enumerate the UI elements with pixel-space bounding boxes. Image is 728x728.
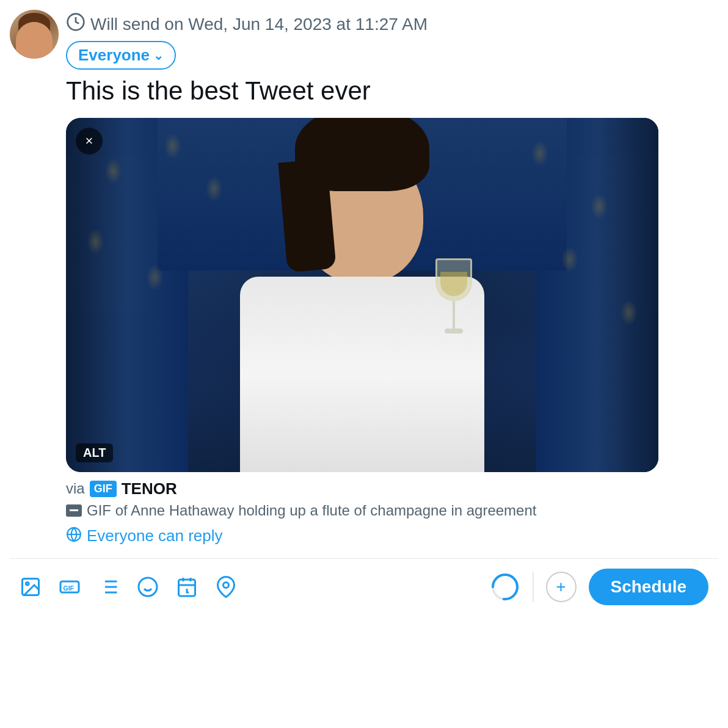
schedule-button-label: Schedule xyxy=(611,577,686,596)
avatar-image xyxy=(10,10,59,59)
reply-label: Everyone can reply xyxy=(87,526,223,545)
close-button[interactable]: × xyxy=(76,128,103,155)
clock-icon xyxy=(66,12,86,36)
plus-icon: + xyxy=(556,577,566,597)
close-icon: × xyxy=(86,133,93,149)
person-hair xyxy=(295,118,429,191)
tenor-credit: via GIF TENOR xyxy=(66,479,718,498)
image-icon[interactable] xyxy=(20,576,42,598)
gif-toolbar-icon[interactable]: GIF xyxy=(59,576,81,598)
tweet-text-area: This is the best Tweet ever xyxy=(66,75,718,108)
alt-description-row: GIF of Anne Hathaway holding up a flute … xyxy=(66,502,718,519)
avatar-face xyxy=(16,22,53,59)
alt-label: ALT xyxy=(83,446,106,459)
chevron-down-icon: ⌄ xyxy=(153,48,164,63)
avatar xyxy=(10,10,59,59)
compose-area: Will send on Wed, Jun 14, 2023 at 11:27 … xyxy=(0,0,728,615)
toolbar-icons: GIF xyxy=(20,576,490,598)
emoji-icon[interactable] xyxy=(137,576,159,598)
svg-point-4 xyxy=(26,582,29,585)
top-row: Will send on Wed, Jun 14, 2023 at 11:27 … xyxy=(10,10,718,70)
gif-image: × ALT xyxy=(66,118,658,472)
tenor-name: TENOR xyxy=(122,479,177,498)
schedule-line: Will send on Wed, Jun 14, 2023 at 11:27 … xyxy=(66,12,428,36)
meta-col: Will send on Wed, Jun 14, 2023 at 11:27 … xyxy=(66,10,428,70)
via-label: via xyxy=(66,480,85,497)
svg-rect-16 xyxy=(179,580,195,596)
reply-line[interactable]: Everyone can reply xyxy=(66,526,718,546)
schedule-toolbar-icon[interactable] xyxy=(176,576,198,598)
glass-liquid xyxy=(440,272,467,296)
svg-point-20 xyxy=(224,582,229,588)
toolbar: GIF xyxy=(10,559,718,615)
svg-text:GIF: GIF xyxy=(64,584,75,592)
glass-base xyxy=(445,329,463,333)
gif-container: × ALT xyxy=(66,118,718,472)
schedule-button[interactable]: Schedule xyxy=(589,569,708,605)
toolbar-right: + Schedule xyxy=(490,569,708,605)
champagne-glass xyxy=(435,258,472,338)
add-tweet-button[interactable]: + xyxy=(546,572,577,602)
poll-icon[interactable] xyxy=(98,576,120,598)
schedule-text: Will send on Wed, Jun 14, 2023 at 11:27 … xyxy=(90,15,428,34)
alt-description-text: GIF of Anne Hathaway holding up a flute … xyxy=(87,502,536,519)
description-icon xyxy=(66,504,82,517)
glass-top xyxy=(435,258,472,301)
gif-badge: GIF xyxy=(90,481,117,497)
tweet-text[interactable]: This is the best Tweet ever xyxy=(66,75,718,108)
audience-pill[interactable]: Everyone ⌄ xyxy=(66,41,176,70)
glass-stem xyxy=(453,301,455,329)
alt-button[interactable]: ALT xyxy=(76,443,113,462)
location-icon[interactable] xyxy=(215,576,237,598)
person-figure xyxy=(179,155,545,472)
svg-point-13 xyxy=(139,578,157,596)
progress-circle xyxy=(490,572,520,602)
audience-label: Everyone xyxy=(78,46,150,65)
globe-icon xyxy=(66,526,82,546)
vertical-divider xyxy=(533,572,534,602)
